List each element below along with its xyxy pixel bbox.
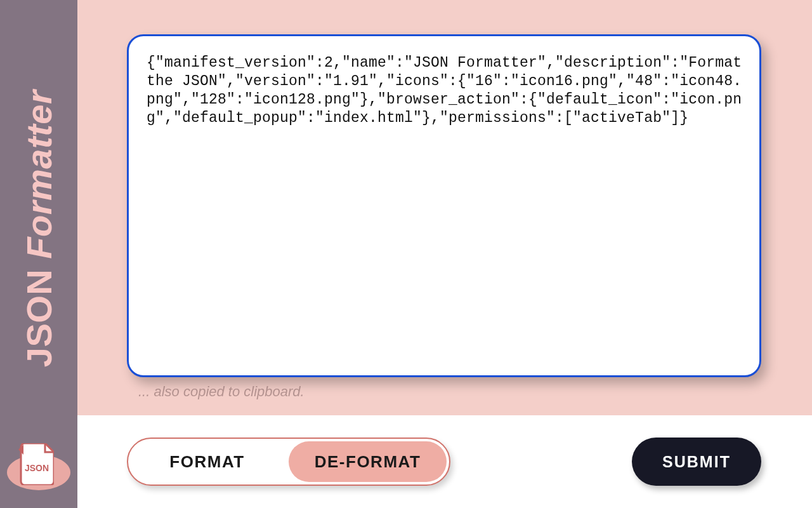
bottom-bar: FORMAT DE-FORMAT SUBMIT xyxy=(77,415,812,508)
format-toggle-group: FORMAT DE-FORMAT xyxy=(127,438,450,486)
app-title: JSON Formatter xyxy=(18,90,60,367)
app-logo: JSON xyxy=(7,433,70,497)
submit-button[interactable]: SUBMIT xyxy=(632,438,761,486)
logo-text: JSON xyxy=(25,463,49,473)
json-input[interactable] xyxy=(127,34,761,377)
format-button[interactable]: FORMAT xyxy=(128,439,286,485)
sidebar: JSON Formatter JSON xyxy=(0,0,77,508)
textarea-container xyxy=(127,34,761,377)
json-file-icon: JSON xyxy=(18,443,54,485)
editor-zone: ... also copied to clipboard. xyxy=(77,0,812,415)
main-area: ... also copied to clipboard. FORMAT DE-… xyxy=(77,0,812,508)
app-title-word2: Formatter xyxy=(19,90,59,259)
app-title-word1: JSON xyxy=(19,269,59,368)
deformat-button[interactable]: DE-FORMAT xyxy=(289,441,447,482)
clipboard-status: ... also copied to clipboard. xyxy=(138,384,304,400)
